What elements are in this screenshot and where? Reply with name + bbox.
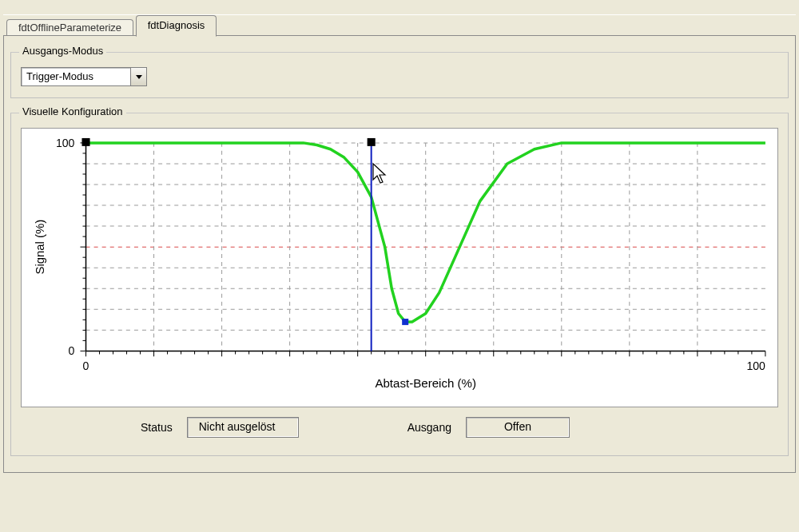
trigger-modus-select-value: Trigger-Modus: [22, 68, 130, 85]
tab-parameterize-label: fdtOfflineParameterize: [18, 22, 121, 34]
svg-text:0: 0: [83, 359, 89, 372]
status-value: Nicht ausgelöst: [187, 417, 299, 438]
tab-diagnosis[interactable]: fdtDiagnosis: [136, 15, 217, 37]
ausgang-value: Offen: [466, 417, 570, 438]
svg-rect-100: [81, 138, 89, 146]
fieldset-ausgangs-modus-legend: Ausgangs-Modus: [19, 45, 106, 57]
chevron-down-icon: [130, 68, 146, 85]
status-row: Status Nicht ausgelöst Ausgang Offen: [141, 417, 778, 438]
fieldset-visuelle-konfiguration: Visuelle Konfiguration 01000100Abtast-Be…: [10, 113, 789, 456]
status-label: Status: [141, 421, 173, 434]
svg-text:100: 100: [56, 137, 75, 149]
svg-rect-102: [402, 319, 408, 325]
svg-text:100: 100: [746, 359, 765, 372]
svg-text:0: 0: [69, 344, 75, 357]
tab-page-diagnosis: Ausgangs-Modus Trigger-Modus Visuelle Ko…: [3, 35, 796, 473]
tab-diagnosis-label: fdtDiagnosis: [148, 19, 205, 31]
trigger-modus-select[interactable]: Trigger-Modus: [21, 67, 147, 86]
svg-text:Abtast-Bereich (%): Abtast-Bereich (%): [375, 376, 476, 390]
svg-text:Signal (%): Signal (%): [33, 220, 46, 275]
tab-row: fdtOfflineParameterize fdtDiagnosis: [6, 15, 796, 36]
signal-chart[interactable]: 01000100Abtast-Bereich (%)Signal (%): [21, 128, 778, 407]
fieldset-visuelle-legend: Visuelle Konfiguration: [19, 105, 126, 117]
svg-rect-101: [368, 138, 376, 146]
tab-container: fdtOfflineParameterize fdtDiagnosis Ausg…: [3, 14, 796, 532]
fieldset-ausgangs-modus: Ausgangs-Modus Trigger-Modus: [10, 52, 789, 98]
ausgang-label: Ausgang: [407, 421, 451, 434]
